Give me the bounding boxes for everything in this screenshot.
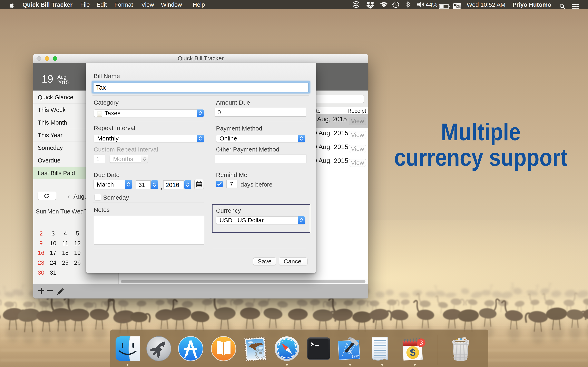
svg-text:$: $ xyxy=(410,347,416,358)
svg-text:XCODE: XCODE xyxy=(353,356,359,358)
svg-text:3: 3 xyxy=(419,339,423,346)
